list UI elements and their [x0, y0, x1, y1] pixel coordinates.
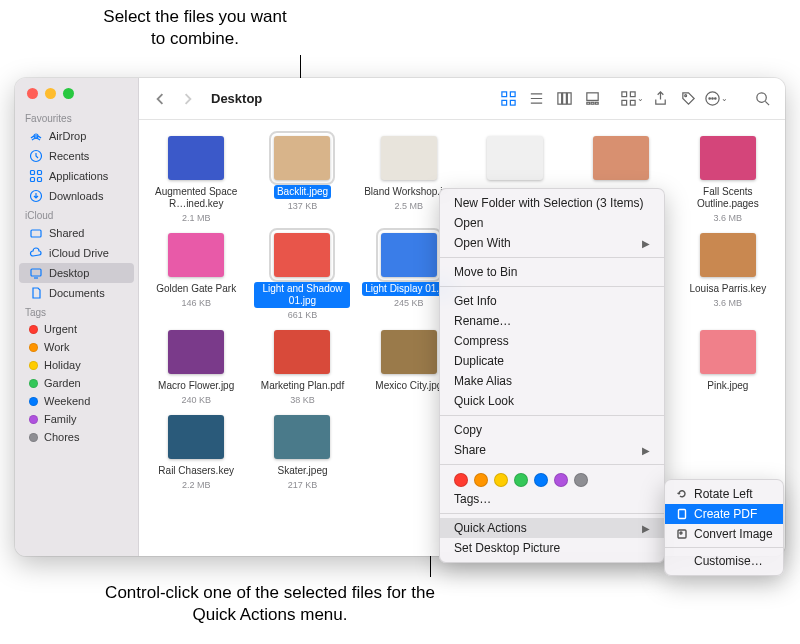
- sidebar-tag-holiday[interactable]: Holiday: [19, 356, 134, 374]
- sidebar-item-documents[interactable]: Documents: [19, 283, 134, 303]
- sidebar-tag-family[interactable]: Family: [19, 410, 134, 428]
- tag-color-swatch[interactable]: [574, 473, 588, 487]
- context-item-copy[interactable]: Copy: [440, 420, 664, 440]
- context-item-label: Open: [454, 216, 483, 230]
- context-item-quick-actions[interactable]: Quick Actions▶: [440, 518, 664, 538]
- sidebar-item-shared[interactable]: Shared: [19, 223, 134, 243]
- tag-color-swatch[interactable]: [534, 473, 548, 487]
- file-item[interactable]: Rail Chasers.key2.2 MB: [145, 411, 247, 494]
- column-view-button[interactable]: [551, 88, 577, 110]
- sidebar-item-recents[interactable]: Recents: [19, 146, 134, 166]
- sidebar-tag-weekend[interactable]: Weekend: [19, 392, 134, 410]
- sidebar-tag-garden[interactable]: Garden: [19, 374, 134, 392]
- file-item[interactable]: Marketing Plan.pdf38 KB: [251, 326, 353, 409]
- sidebar-item-desktop[interactable]: Desktop: [19, 263, 134, 283]
- file-name: Mexico City.jpg: [372, 379, 445, 393]
- minimize-icon[interactable]: [45, 88, 56, 99]
- toolbar: Desktop ⌄ ⌄: [139, 78, 785, 120]
- context-item-set-desktop-picture[interactable]: Set Desktop Picture: [440, 538, 664, 558]
- gallery-view-button[interactable]: [579, 88, 605, 110]
- icon-view-button[interactable]: [495, 88, 521, 110]
- svg-rect-10: [501, 92, 506, 97]
- quick-action-rotate-left[interactable]: Rotate Left: [665, 484, 783, 504]
- file-item[interactable]: Pink.jpeg: [677, 326, 779, 409]
- sidebar-item-applications[interactable]: Applications: [19, 166, 134, 186]
- quick-action-label: Customise…: [694, 554, 763, 568]
- file-name: Skater.jpeg: [274, 464, 330, 478]
- share-button[interactable]: [647, 88, 673, 110]
- file-size: 2.5 MB: [395, 201, 424, 211]
- close-icon[interactable]: [27, 88, 38, 99]
- chevron-right-icon: ▶: [642, 238, 650, 249]
- list-view-button[interactable]: [523, 88, 549, 110]
- forward-button[interactable]: [177, 88, 199, 110]
- file-thumbnail: [274, 330, 330, 374]
- sidebar-tag-work[interactable]: Work: [19, 338, 134, 356]
- back-button[interactable]: [149, 88, 171, 110]
- context-item-get-info[interactable]: Get Info: [440, 291, 664, 311]
- chevron-right-icon: ▶: [642, 523, 650, 534]
- context-item-open-with[interactable]: Open With▶: [440, 233, 664, 253]
- context-item-new-folder-with-selection-3-items[interactable]: New Folder with Selection (3 Items): [440, 193, 664, 213]
- shared-icon: [29, 226, 43, 240]
- file-item[interactable]: Augmented Space R…ined.key2.1 MB: [145, 132, 247, 227]
- context-item-make-alias[interactable]: Make Alias: [440, 371, 664, 391]
- file-size: 2.2 MB: [182, 480, 211, 490]
- tag-dot-icon: [29, 325, 38, 334]
- quick-action-create-pdf[interactable]: Create PDF: [665, 504, 783, 524]
- sidebar-item-label: Holiday: [44, 359, 81, 371]
- sidebar-tag-chores[interactable]: Chores: [19, 428, 134, 446]
- quick-action-convert-image[interactable]: Convert Image: [665, 524, 783, 544]
- context-item-compress[interactable]: Compress: [440, 331, 664, 351]
- sidebar-item-downloads[interactable]: Downloads: [19, 186, 134, 206]
- svg-rect-24: [622, 92, 627, 97]
- tag-dot-icon: [29, 415, 38, 424]
- svg-rect-7: [31, 230, 41, 237]
- context-item-label: Tags…: [454, 492, 491, 506]
- file-size: 245 KB: [394, 298, 424, 308]
- file-size: 217 KB: [288, 480, 318, 490]
- tag-color-swatch[interactable]: [514, 473, 528, 487]
- file-item[interactable]: Light and Shadow 01.jpg661 KB: [251, 229, 353, 324]
- more-button[interactable]: ⌄: [703, 88, 729, 110]
- file-size: 240 KB: [181, 395, 211, 405]
- quick-action-customise[interactable]: Customise…: [665, 551, 783, 571]
- context-item-share[interactable]: Share▶: [440, 440, 664, 460]
- view-switcher: [491, 88, 609, 110]
- svg-point-37: [680, 532, 682, 534]
- tags-button[interactable]: [675, 88, 701, 110]
- sidebar-tag-urgent[interactable]: Urgent: [19, 320, 134, 338]
- file-item[interactable]: Macro Flower.jpg240 KB: [145, 326, 247, 409]
- context-item-duplicate[interactable]: Duplicate: [440, 351, 664, 371]
- tag-color-swatch[interactable]: [454, 473, 468, 487]
- tag-color-swatch[interactable]: [474, 473, 488, 487]
- context-item-tags[interactable]: Tags…: [440, 489, 664, 509]
- svg-point-33: [756, 93, 765, 102]
- tag-color-swatch[interactable]: [494, 473, 508, 487]
- tag-color-swatch[interactable]: [554, 473, 568, 487]
- search-button[interactable]: [749, 88, 775, 110]
- file-item[interactable]: Golden Gate Park146 KB: [145, 229, 247, 324]
- svg-rect-12: [501, 100, 506, 105]
- context-item-move-to-bin[interactable]: Move to Bin: [440, 262, 664, 282]
- file-name: Augmented Space R…ined.key: [148, 185, 244, 211]
- file-item[interactable]: Skater.jpeg217 KB: [251, 411, 353, 494]
- file-item[interactable]: Backlit.jpeg137 KB: [251, 132, 353, 227]
- sidebar-item-icloud-drive[interactable]: iCloud Drive: [19, 243, 134, 263]
- svg-point-28: [684, 95, 686, 97]
- sidebar-item-airdrop[interactable]: AirDrop: [19, 126, 134, 146]
- context-item-open[interactable]: Open: [440, 213, 664, 233]
- file-size: 2.1 MB: [182, 213, 211, 223]
- file-thumbnail: [274, 415, 330, 459]
- context-item-rename[interactable]: Rename…: [440, 311, 664, 331]
- file-size: 137 KB: [288, 201, 318, 211]
- zoom-icon[interactable]: [63, 88, 74, 99]
- svg-rect-11: [510, 92, 515, 97]
- file-item[interactable]: Fall Scents Outline.pages3.6 MB: [677, 132, 779, 227]
- file-item[interactable]: Louisa Parris.key3.6 MB: [677, 229, 779, 324]
- svg-rect-23: [595, 102, 598, 104]
- context-item-quick-look[interactable]: Quick Look: [440, 391, 664, 411]
- group-button[interactable]: ⌄: [619, 88, 645, 110]
- file-thumbnail: [593, 136, 649, 180]
- file-name: Macro Flower.jpg: [155, 379, 237, 393]
